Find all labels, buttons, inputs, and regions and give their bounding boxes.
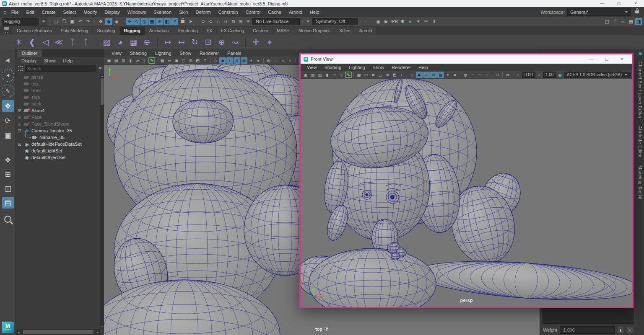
modeling-toolkit-icon[interactable]: ◳ — [603, 18, 610, 25]
shelf-tab-curves-surfaces[interactable]: Curves / Surfaces — [13, 27, 56, 35]
shelf-tab-mash[interactable]: MASH — [273, 27, 293, 35]
shelf-tab-xgen[interactable]: XGen — [335, 27, 355, 35]
undo-icon[interactable]: ↶ — [77, 18, 84, 25]
outliner-item-front[interactable]: front — [16, 87, 100, 94]
shelf-tab-custom[interactable]: Custom — [249, 27, 272, 35]
render-settings-icon[interactable]: ✱ — [399, 18, 406, 25]
fw-close-icon[interactable]: ✕ — [614, 56, 629, 63]
snap-to-view-planes-icon[interactable]: ⋒ — [230, 18, 237, 25]
dock-control-icon[interactable]: ▣ — [639, 49, 642, 58]
paint-effects-icon[interactable]: ✄ — [423, 18, 430, 25]
create-lattice-icon[interactable]: ▨ — [101, 36, 113, 48]
maximize-icon[interactable]: ▢ — [610, 0, 627, 7]
menu-cache[interactable]: Cache — [264, 10, 285, 15]
select-camera-icon[interactable]: ▣ — [106, 57, 112, 64]
menu-deform[interactable]: Deform — [192, 10, 215, 15]
fw-maximize-icon[interactable]: ▢ — [599, 56, 614, 63]
menu-modify[interactable]: Modify — [80, 10, 101, 15]
section-collapser-icon[interactable] — [359, 19, 363, 23]
outliner-item-back[interactable]: back — [16, 100, 100, 107]
gamma-field[interactable]: 1.00 — [543, 72, 556, 78]
mirror-joint-icon[interactable]: ✛ — [250, 36, 262, 48]
front-view-menu-view[interactable]: View — [303, 65, 321, 70]
aim-constraint-icon[interactable]: ⊕ — [216, 36, 228, 48]
2d-pan-zoom-icon[interactable]: ⊹ — [338, 72, 345, 78]
color-management-icon[interactable]: ◉ — [557, 72, 564, 78]
four-pane-layout-icon[interactable]: ⊞ — [2, 168, 14, 180]
menu-help[interactable]: Help — [306, 10, 323, 15]
viewport-menu-view[interactable]: View — [107, 51, 126, 56]
menu-file[interactable]: File — [8, 10, 23, 15]
create-ik-handle-icon[interactable]: ❮ — [26, 36, 38, 48]
grease-pencil-icon[interactable]: ✎ — [345, 72, 352, 78]
weight-slider-icon[interactable]: ▮ — [617, 326, 624, 333]
shelf-tab-animation[interactable]: Animation — [145, 27, 173, 35]
outliner-item-defaultobjectset[interactable]: ◉defaultObjectSet — [16, 154, 100, 161]
set-key-button[interactable]: K — [626, 326, 633, 333]
mask-points-icon[interactable]: ✛ — [126, 18, 133, 25]
select-by-object-icon[interactable]: ◆ — [105, 18, 112, 25]
shelf-tab-fx[interactable]: FX — [203, 27, 216, 35]
depth-of-field-icon[interactable]: ▫ — [287, 57, 293, 64]
viewport-menu-lighting[interactable]: Lighting — [151, 51, 176, 56]
view-transform-dropdown[interactable]: ACES 1.0 SDR-video (sRGB) — [564, 72, 631, 78]
grid-icon[interactable]: ▦ — [356, 72, 362, 78]
chevron-down-icon[interactable] — [99, 67, 102, 70]
use-default-material-icon[interactable]: ⊕ — [430, 72, 437, 78]
smooth-shade-icon[interactable]: ◆ — [219, 57, 226, 64]
redo-icon[interactable]: ↷ — [85, 18, 92, 25]
expand-toggle-icon[interactable]: ⊞ — [18, 142, 23, 147]
image-plane-icon[interactable]: ▱ — [331, 72, 338, 78]
home-icon[interactable]: ⌂ — [3, 9, 7, 15]
create-cluster-icon[interactable]: ◕ — [114, 36, 126, 48]
image-plane-icon[interactable]: ▱ — [134, 57, 141, 64]
menu-set-arrow[interactable] — [40, 18, 47, 26]
wireframe-icon[interactable]: ◇ — [409, 72, 415, 78]
camera-attributes-icon[interactable]: ▥ — [120, 57, 127, 64]
gate-mask-icon[interactable]: ▢ — [377, 72, 384, 78]
tab-outliner[interactable]: Outliner — [17, 50, 42, 57]
shelf-tab-fx-caching[interactable]: FX Caching — [217, 27, 248, 35]
menu-skin[interactable]: Skin — [175, 10, 192, 15]
shelf-tab-rigging[interactable]: Rigging — [120, 27, 145, 35]
tab-attribute-editor[interactable]: Attribute Editor — [638, 122, 643, 162]
textured-icon[interactable]: ◐ — [423, 72, 430, 78]
front-view-titlebar[interactable]: M Front View —▢✕ — [301, 54, 632, 64]
scroll-down-icon[interactable]: ▼ — [100, 325, 104, 329]
front-view-menu-lighting[interactable]: Lighting — [345, 65, 369, 70]
expand-toggle-icon[interactable]: ⊞ — [18, 115, 23, 120]
outliner-item-defaulthidefacedataset[interactable]: ⊞◉defaultHideFaceDataSet — [16, 141, 100, 147]
outliner-persp-layout-icon[interactable]: ▤ — [2, 197, 14, 209]
menu-constrain[interactable]: Constrain — [215, 10, 242, 15]
motion-blur-icon[interactable]: ◌ — [469, 72, 476, 78]
move-tool-icon[interactable]: ✥ — [2, 100, 14, 112]
wireframe-on-shaded-icon[interactable]: ▩ — [437, 72, 444, 78]
bookmark-icon[interactable]: ▮ — [127, 57, 134, 64]
outliner-menu-show[interactable]: Show — [40, 58, 60, 63]
front-view-canvas[interactable]: persp — [301, 79, 632, 307]
mask-deformers-icon[interactable]: ▦ — [148, 18, 156, 25]
grid-icon[interactable]: ▦ — [159, 57, 166, 64]
outliner-item-defaultlightset[interactable]: ◉defaultLightSet — [16, 147, 100, 154]
paint-select-tool-icon[interactable]: ✎ — [2, 85, 14, 97]
bookmark-icon[interactable]: ▮ — [324, 72, 330, 78]
safe-action-icon[interactable]: ◩ — [195, 57, 201, 64]
select-by-component-icon[interactable]: ◈ — [113, 18, 120, 25]
scale-tool-icon[interactable]: ▣ — [2, 129, 14, 141]
outliner-menu-help[interactable]: Help — [60, 58, 77, 63]
snap-to-curves-icon[interactable]: ⊂ — [207, 18, 214, 25]
shelf-tab-poly-modeling[interactable]: Poly Modeling — [56, 27, 92, 35]
anti-aliasing-icon[interactable]: ○ — [476, 72, 483, 78]
pole-vector-constraint-icon[interactable]: ↝ — [229, 36, 241, 48]
scroll-right-icon[interactable]: ▶ — [95, 331, 100, 334]
expand-toggle-icon[interactable]: ⊞ — [18, 122, 23, 126]
film-gate-icon[interactable]: ▭ — [363, 72, 369, 78]
shelf-tab-rendering[interactable]: Rendering — [173, 27, 202, 35]
scale-constraint-icon[interactable]: ⊡ — [202, 36, 214, 48]
orient-constraint-icon[interactable]: ↻ — [189, 36, 201, 48]
panel-layout-icon[interactable]: ◨ — [635, 18, 642, 25]
render-view-icon[interactable]: ◉ — [375, 18, 382, 25]
make-object-live-icon[interactable]: ⋓ — [237, 18, 244, 25]
snap-to-projected-center-icon[interactable]: ∪ — [222, 18, 229, 25]
select-tool-icon[interactable]: ➤ — [0, 52, 16, 68]
